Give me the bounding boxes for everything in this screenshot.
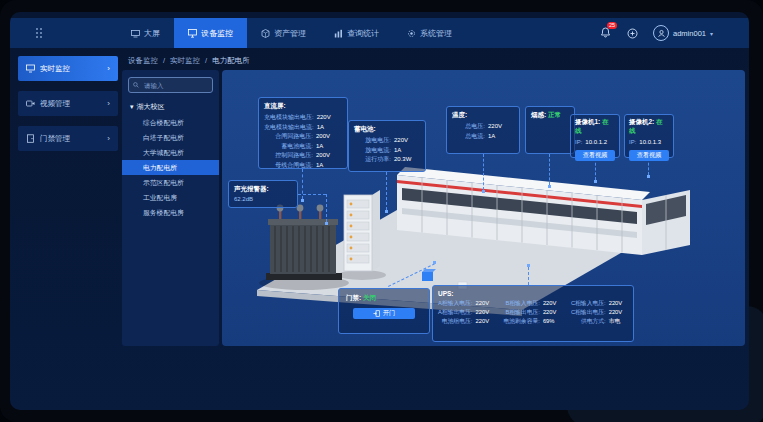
sidebar-item-access-control[interactable]: 门禁管理 › — [18, 126, 118, 151]
tree-item[interactable]: 综合楼配电所 — [122, 115, 219, 130]
tab-query-statistics[interactable]: 查询统计 — [320, 18, 393, 48]
breadcrumb-item-current: 电力配电所 — [212, 56, 250, 66]
connector-dot — [433, 261, 436, 264]
chevron-right-icon: › — [107, 99, 110, 108]
connector-dot — [325, 222, 328, 225]
sidebar-item-video-management[interactable]: 视频管理 › — [18, 91, 118, 116]
field-label: 充电模块输出电压: — [264, 113, 314, 123]
tree-item-selected[interactable]: 电力配电所 — [122, 160, 219, 175]
tree-search[interactable] — [128, 77, 213, 93]
field-value: 220V — [475, 308, 495, 317]
field-value: 1A — [316, 161, 342, 171]
field-value: 1A — [316, 142, 342, 152]
field-value: 220V — [475, 299, 495, 308]
panel-title: 摄像机1: — [575, 118, 600, 125]
sound-light-alarm-panel: 声光报警器: 62.2dB — [228, 180, 298, 208]
tab-label: 查询统计 — [347, 28, 379, 39]
video-camera-icon — [26, 99, 35, 108]
field-value: 1A — [488, 132, 514, 142]
connector-dot — [527, 264, 530, 267]
tree-root-label: 湖大校区 — [137, 102, 165, 112]
tab-label: 系统管理 — [420, 28, 452, 39]
device-frame: 大屏 设备监控 资产管理 查询统计 系统管理 25 — [0, 0, 763, 422]
field-value: 220V — [488, 122, 514, 132]
sidebar-item-realtime-monitoring[interactable]: 实时监控 › — [18, 56, 118, 81]
ip-label: IP: — [575, 138, 582, 147]
search-icon — [133, 82, 139, 88]
expand-circle-icon — [627, 28, 638, 39]
field-label: 充电模块输出电流: — [264, 123, 314, 133]
status-badge: 关闭 — [363, 294, 376, 301]
asset-box-icon — [261, 29, 270, 38]
chevron-right-icon: › — [107, 64, 110, 73]
breadcrumb-item[interactable]: 设备监控 — [128, 56, 158, 66]
person-icon — [657, 29, 666, 38]
smoke-detector-panel: 烟感: 正常 — [525, 106, 575, 154]
ups-phase-b-column: B相输入电压:220V B相输出电压:220V 电池剩余容量:69% — [503, 299, 562, 326]
tab-asset-management[interactable]: 资产管理 — [247, 18, 320, 48]
field-label: 蓄电池电流: — [264, 142, 313, 152]
tree-item[interactable]: 大学城配电所 — [122, 145, 219, 160]
field-label: A相输出电压: — [438, 308, 472, 317]
ups-phase-a-column: A相输入电压:220V A相输出电压:220V 电池组电压:220V — [438, 299, 495, 326]
monitor-icon — [26, 64, 35, 73]
breadcrumb-item[interactable]: 实时监控 — [170, 56, 200, 66]
caret-down-icon: ▾ — [130, 103, 134, 111]
breadcrumb-separator: / — [163, 56, 165, 66]
camera2-panel: 摄像机2: 在线 IP:10.0.1.3 查看视频 — [624, 114, 674, 158]
user-menu[interactable]: admin001 ▾ — [653, 25, 713, 41]
panel-title: 蓄电池: — [354, 125, 420, 134]
ip-label: IP: — [629, 138, 636, 147]
breadcrumb-separator: / — [205, 56, 207, 66]
field-label: 母线合闸电流: — [264, 161, 313, 171]
field-label: B相输出电压: — [503, 308, 539, 317]
field-label: 放电电流: — [354, 146, 391, 156]
tab-system-management[interactable]: 系统管理 — [393, 18, 466, 48]
station-tree-panel: ▾ 湖大校区 综合楼配电所 白塔子配电所 大学城配电所 电力配电所 示范区配电所… — [122, 70, 219, 346]
ip-value: 10.0.1.3 — [639, 138, 665, 147]
tree-item[interactable]: 白塔子配电所 — [122, 130, 219, 145]
notification-badge: 25 — [607, 22, 617, 29]
tab-bigscreen[interactable]: 大屏 — [117, 18, 174, 48]
connector-line — [326, 194, 327, 222]
tab-label: 资产管理 — [274, 28, 306, 39]
grid-dots-icon[interactable] — [36, 28, 43, 39]
connector-dot — [301, 199, 304, 202]
view-video-button[interactable]: 查看视频 — [575, 150, 615, 161]
tab-device-monitoring[interactable]: 设备监控 — [174, 18, 247, 48]
app-window: 大屏 设备监控 资产管理 查询统计 系统管理 25 — [10, 12, 749, 410]
panel-title: 温度: — [452, 111, 514, 120]
battery-panel: 蓄电池: 放电电压:220V 放电电流:1A 运行功率:20.3W — [348, 120, 426, 172]
username: admin001 — [673, 29, 706, 38]
field-value: 200V — [316, 151, 342, 161]
sidebar-item-label: 视频管理 — [40, 99, 70, 109]
panel-title: 直流屏: — [264, 102, 342, 111]
camera1-panel: 摄像机1: 在线 IP:10.0.1.2 查看视频 — [570, 114, 620, 158]
tree-item[interactable]: 服务楼配电房 — [122, 205, 219, 220]
gear-icon — [407, 29, 416, 38]
open-door-label: 开门 — [383, 309, 395, 318]
field-value: 市电 — [609, 317, 629, 326]
left-sidebar: 实时监控 › 视频管理 › 门禁管理 › — [18, 56, 118, 161]
view-video-button[interactable]: 查看视频 — [629, 150, 669, 161]
connector-line — [298, 194, 326, 195]
top-nav-bar: 大屏 设备监控 资产管理 查询统计 系统管理 25 — [10, 18, 749, 48]
ups-panel: UPS: A相输入电压:220V A相输出电压:220V 电池组电压:220V … — [432, 285, 634, 342]
notifications-button[interactable]: 25 — [600, 27, 612, 39]
open-door-button[interactable]: 开门 — [353, 308, 415, 319]
field-label: 运行功率: — [354, 155, 391, 165]
connector-dot — [594, 180, 597, 183]
fullscreen-button[interactable] — [627, 28, 638, 39]
field-value: 220V — [475, 317, 495, 326]
avatar — [653, 25, 669, 41]
tree-root-node[interactable]: ▾ 湖大校区 — [130, 102, 211, 112]
alarm-value: 62.2dB — [234, 196, 292, 202]
field-label: 放电电压: — [354, 136, 391, 146]
search-input[interactable] — [142, 81, 208, 90]
panel-title: UPS: — [438, 290, 628, 297]
panel-title: 摄像机2: — [629, 118, 654, 125]
tree-item[interactable]: 示范区配电所 — [122, 175, 219, 190]
field-label: B相输入电压: — [503, 299, 539, 308]
field-value: 220V — [609, 299, 629, 308]
tree-item[interactable]: 工业配电房 — [122, 190, 219, 205]
